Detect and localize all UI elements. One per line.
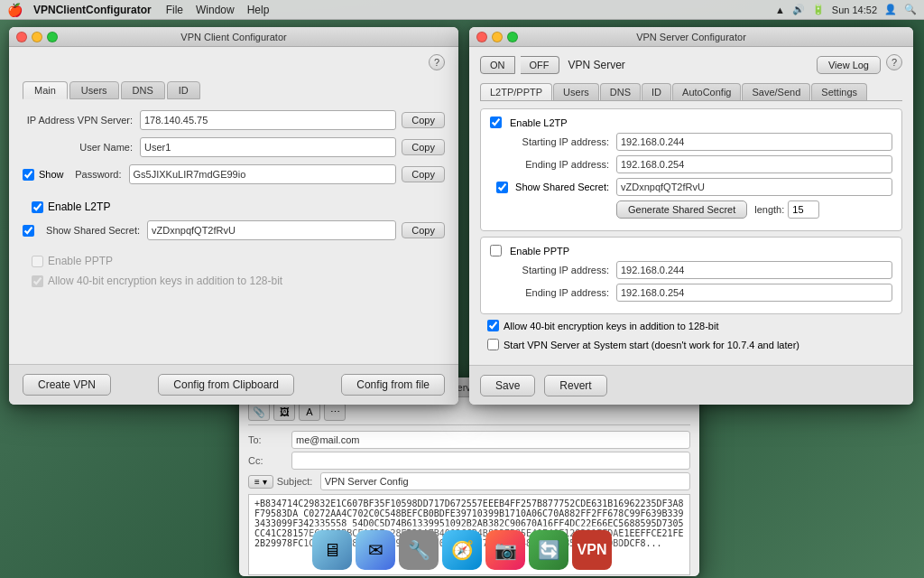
off-button[interactable]: OFF [521,56,559,74]
allow-40bit-checkbox[interactable] [32,275,43,287]
ip-address-label: IP Address VPN Server: [23,115,140,126]
tab-main[interactable]: Main [23,81,68,99]
to-input[interactable] [291,431,690,449]
tab-id[interactable]: ID [167,81,200,99]
vpn-server-window: VPN Server Configurator ON OFF VPN Serve… [469,27,913,405]
pptp-ending-ip-label: Ending IP address: [490,287,616,298]
start-vpn-checkbox[interactable] [487,339,499,350]
show-shared-secret-server-checkbox[interactable] [496,182,508,193]
vpn-client-title: VPN Client Configurator [180,32,286,42]
dock-icon-vpn[interactable]: VPN [572,530,612,570]
to-label: To: [248,434,291,445]
server-tab-savesend[interactable]: Save/Send [742,83,810,100]
file-menu[interactable]: File [166,4,183,16]
shared-secret-copy-button[interactable]: Copy [402,222,445,238]
tab-dns[interactable]: DNS [121,81,165,99]
pptp-starting-ip-input[interactable] [616,261,892,279]
cc-input[interactable] [291,452,690,470]
enable-l2tp-checkbox[interactable] [32,201,43,213]
subject-label: Subject: [277,476,320,487]
revert-button[interactable]: Revert [544,375,606,396]
window-menu[interactable]: Window [196,4,235,16]
dock-icon-sync[interactable]: 🔄 [529,530,568,570]
server-close-button[interactable] [476,32,487,42]
config-file-button[interactable]: Config from file [341,374,445,396]
start-vpn-label: Start VPN Server at System start (doesn'… [504,340,799,350]
server-minimize-button[interactable] [492,32,503,42]
dock-icon-finder[interactable]: 🖥 [312,530,352,570]
show-shared-secret-checkbox[interactable] [23,225,34,237]
server-tab-l2tp[interactable]: L2TP/PPTP [480,83,552,100]
vpn-client-help-button[interactable]: ? [429,54,445,70]
menubar-search-icon[interactable]: 🔍 [904,4,917,15]
dock-icon-mail[interactable]: ✉ [356,530,395,570]
length-input[interactable] [788,200,819,219]
enable-pptp-server-checkbox[interactable] [490,245,502,256]
server-tab-settings[interactable]: Settings [811,83,867,100]
show-shared-secret-server-label: Show Shared Secret: [515,182,609,192]
dock-icon-photos[interactable]: 📷 [485,530,525,570]
app-name-label: VPNClientConfigurator [33,4,152,16]
email-toolbar: 📎 🖼 A ⋯ [248,403,690,425]
menubar-right: ▲ 🔊 🔋 Sun 14:52 👤 🔍 [775,4,917,15]
vpn-server-title: VPN Server Configurator [636,32,746,42]
tab-users[interactable]: Users [69,81,119,99]
vpn-server-label: VPN Server [568,59,811,71]
email-format-button[interactable]: A [299,403,320,421]
minimize-button[interactable] [32,32,42,42]
server-tab-users[interactable]: Users [553,83,599,100]
save-button[interactable]: Save [480,375,535,396]
username-input[interactable] [140,137,396,157]
vpn-client-bottom-buttons: Create VPN Config from Clipboard Config … [9,364,458,405]
server-header: ON OFF VPN Server View Log ? [480,54,902,76]
on-button[interactable]: ON [480,56,515,74]
server-allow-40bit-checkbox[interactable] [487,320,499,331]
menubar-time: Sun 14:52 [832,5,877,15]
vpn-client-tab-bar: Main Users DNS ID [23,81,445,99]
email-attach-button[interactable]: 📎 [248,403,270,421]
server-help-button[interactable]: ? [886,54,902,70]
dock-icon-launchpad[interactable]: 🔧 [399,530,439,570]
server-tab-autoconfig[interactable]: AutoConfig [672,83,741,100]
enable-pptp-row: Enable PPTP [32,255,445,267]
generate-shared-secret-button[interactable]: Generate Shared Secret [616,200,747,219]
close-button[interactable] [16,32,27,42]
format-dropdown-button[interactable]: ≡ ▾ [248,475,273,489]
shared-secret-input[interactable] [147,220,396,240]
email-subject-row: ≡ ▾ Subject: [248,472,690,490]
enable-l2tp-server-checkbox[interactable] [490,117,502,128]
show-password-checkbox[interactable] [23,169,34,181]
server-tab-dns[interactable]: DNS [600,83,641,100]
view-log-button[interactable]: View Log [817,56,881,74]
dock-icon-safari[interactable]: 🧭 [442,530,482,570]
email-photo-button[interactable]: 🖼 [273,403,295,421]
vpn-server-titlebar: VPN Server Configurator [469,27,913,47]
start-vpn-row: Start VPN Server at System start (doesn'… [487,339,902,350]
l2tp-starting-ip-input[interactable] [616,133,892,151]
menubar-wifi-icon: ▲ [775,5,785,15]
username-copy-button[interactable]: Copy [402,139,445,155]
pptp-starting-ip-label: Starting IP address: [490,265,616,275]
enable-l2tp-row: Enable L2TP [32,200,445,213]
maximize-button[interactable] [47,32,58,42]
create-vpn-button[interactable]: Create VPN [23,374,111,396]
email-more-button[interactable]: ⋯ [324,403,346,421]
l2tp-ending-ip-input[interactable] [616,155,892,173]
menubar-user-icon: 👤 [884,4,897,15]
server-maximize-button[interactable] [507,32,518,42]
pptp-ending-ip-input[interactable] [616,284,892,302]
ip-address-input[interactable] [140,110,396,130]
subject-input[interactable] [320,472,690,490]
config-clipboard-button[interactable]: Config from Clipboard [158,374,294,396]
help-menu[interactable]: Help [247,4,270,16]
pptp-starting-ip-row: Starting IP address: [490,261,892,279]
password-copy-button[interactable]: Copy [402,166,445,182]
password-input[interactable] [129,164,397,184]
enable-pptp-checkbox[interactable] [32,256,43,267]
email-to-row: To: [248,431,690,449]
server-tab-id[interactable]: ID [642,83,671,100]
ip-copy-button[interactable]: Copy [402,112,445,128]
apple-menu-icon[interactable]: 🍎 [7,3,23,17]
server-shared-secret-input[interactable] [616,178,892,196]
enable-pptp-server-label: Enable PPTP [510,246,569,256]
